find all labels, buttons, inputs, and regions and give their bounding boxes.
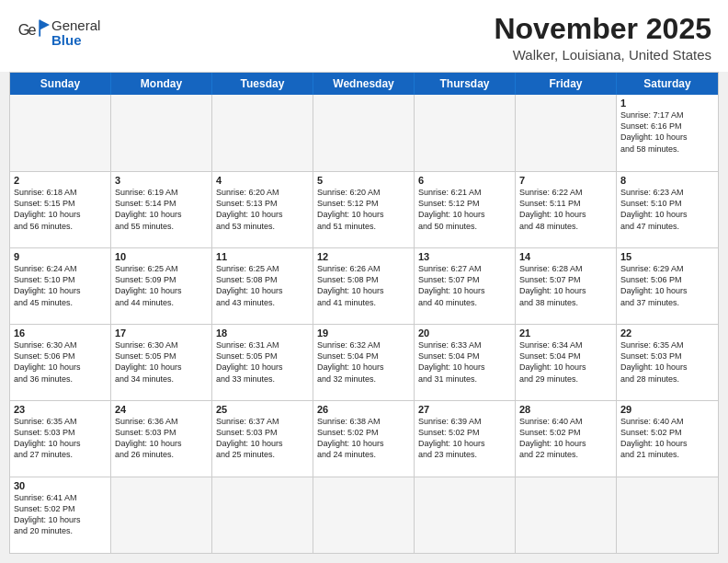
empty-cell <box>212 95 313 171</box>
day-info: Sunrise: 6:18 AM Sunset: 5:15 PM Dayligh… <box>14 187 107 232</box>
header-monday: Monday <box>111 73 212 95</box>
calendar-week: 30Sunrise: 6:41 AM Sunset: 5:02 PM Dayli… <box>10 477 718 553</box>
day-info: Sunrise: 6:21 AM Sunset: 5:12 PM Dayligh… <box>418 187 511 232</box>
day-info: Sunrise: 6:30 AM Sunset: 5:05 PM Dayligh… <box>115 339 208 385</box>
calendar-week: 16Sunrise: 6:30 AM Sunset: 5:06 PM Dayli… <box>10 324 718 400</box>
day-number: 21 <box>519 327 612 339</box>
day-cell: 17Sunrise: 6:30 AM Sunset: 5:05 PM Dayli… <box>111 325 212 400</box>
empty-cell <box>313 95 415 171</box>
header-wednesday: Wednesday <box>313 73 415 95</box>
day-cell: 22Sunrise: 6:35 AM Sunset: 5:03 PM Dayli… <box>617 325 718 400</box>
day-number: 9 <box>14 251 107 262</box>
day-cell: 16Sunrise: 6:30 AM Sunset: 5:06 PM Dayli… <box>10 325 111 400</box>
day-info: Sunrise: 6:22 AM Sunset: 5:11 PM Dayligh… <box>519 187 612 232</box>
day-number: 19 <box>317 327 410 339</box>
day-cell: 18Sunrise: 6:31 AM Sunset: 5:05 PM Dayli… <box>212 325 313 400</box>
empty-cell <box>212 477 313 553</box>
day-number: 30 <box>14 480 107 491</box>
day-cell: 14Sunrise: 6:28 AM Sunset: 5:07 PM Dayli… <box>516 248 617 324</box>
day-number: 23 <box>14 404 107 415</box>
day-info: Sunrise: 6:36 AM Sunset: 5:03 PM Dayligh… <box>115 416 208 461</box>
day-info: Sunrise: 6:23 AM Sunset: 5:10 PM Dayligh… <box>620 187 714 232</box>
day-info: Sunrise: 6:20 AM Sunset: 5:12 PM Dayligh… <box>317 187 410 232</box>
day-cell: 2Sunrise: 6:18 AM Sunset: 5:15 PM Daylig… <box>10 172 111 247</box>
month-title: November 2025 <box>100 13 711 45</box>
svg-rect-3 <box>39 20 40 37</box>
day-cell: 23Sunrise: 6:35 AM Sunset: 5:03 PM Dayli… <box>10 401 111 477</box>
day-number: 26 <box>317 404 410 415</box>
day-number: 6 <box>418 175 511 186</box>
day-cell: 29Sunrise: 6:40 AM Sunset: 5:02 PM Dayli… <box>617 401 718 477</box>
day-info: Sunrise: 6:34 AM Sunset: 5:04 PM Dayligh… <box>519 339 612 385</box>
day-cell: 1Sunrise: 7:17 AM Sunset: 6:16 PM Daylig… <box>617 95 718 171</box>
day-info: Sunrise: 7:17 AM Sunset: 6:16 PM Dayligh… <box>620 109 714 155</box>
day-number: 2 <box>14 175 107 186</box>
header-tuesday: Tuesday <box>212 73 313 95</box>
day-info: Sunrise: 6:40 AM Sunset: 5:02 PM Dayligh… <box>519 416 612 461</box>
day-number: 28 <box>519 404 612 415</box>
day-cell: 7Sunrise: 6:22 AM Sunset: 5:11 PM Daylig… <box>516 172 617 247</box>
day-cell: 9Sunrise: 6:24 AM Sunset: 5:10 PM Daylig… <box>10 248 111 324</box>
day-number: 11 <box>216 251 309 262</box>
day-cell: 25Sunrise: 6:37 AM Sunset: 5:03 PM Dayli… <box>212 401 313 477</box>
empty-cell <box>415 477 516 553</box>
day-cell: 24Sunrise: 6:36 AM Sunset: 5:03 PM Dayli… <box>111 401 212 477</box>
day-number: 29 <box>620 404 714 415</box>
day-cell: 28Sunrise: 6:40 AM Sunset: 5:02 PM Dayli… <box>516 401 617 477</box>
day-number: 7 <box>519 175 612 186</box>
day-number: 12 <box>317 251 410 262</box>
day-cell: 11Sunrise: 6:25 AM Sunset: 5:08 PM Dayli… <box>212 248 313 324</box>
calendar-week: 9Sunrise: 6:24 AM Sunset: 5:10 PM Daylig… <box>10 247 718 324</box>
day-cell: 20Sunrise: 6:33 AM Sunset: 5:04 PM Dayli… <box>415 325 516 400</box>
logo-text-block: General Blue <box>51 18 100 49</box>
day-info: Sunrise: 6:38 AM Sunset: 5:02 PM Dayligh… <box>317 416 410 461</box>
day-cell: 19Sunrise: 6:32 AM Sunset: 5:04 PM Dayli… <box>313 325 415 400</box>
day-info: Sunrise: 6:40 AM Sunset: 5:02 PM Dayligh… <box>620 416 714 461</box>
day-number: 14 <box>519 251 612 262</box>
day-info: Sunrise: 6:31 AM Sunset: 5:05 PM Dayligh… <box>216 339 309 385</box>
day-cell: 4Sunrise: 6:20 AM Sunset: 5:13 PM Daylig… <box>212 172 313 247</box>
calendar-week: 1Sunrise: 7:17 AM Sunset: 6:16 PM Daylig… <box>10 95 718 171</box>
header-friday: Friday <box>516 73 617 95</box>
svg-text:e: e <box>28 21 37 38</box>
day-number: 13 <box>418 251 511 262</box>
day-cell: 8Sunrise: 6:23 AM Sunset: 5:10 PM Daylig… <box>617 172 718 247</box>
day-number: 1 <box>620 98 714 109</box>
day-cell: 15Sunrise: 6:29 AM Sunset: 5:06 PM Dayli… <box>617 248 718 324</box>
page: G e General Blue November 2025 Walker, L… <box>0 0 728 563</box>
day-number: 15 <box>620 251 714 262</box>
day-info: Sunrise: 6:20 AM Sunset: 5:13 PM Dayligh… <box>216 187 309 232</box>
logo-general: General <box>51 18 100 34</box>
day-number: 5 <box>317 175 410 186</box>
day-info: Sunrise: 6:24 AM Sunset: 5:10 PM Dayligh… <box>14 263 107 308</box>
day-info: Sunrise: 6:29 AM Sunset: 5:06 PM Dayligh… <box>620 263 714 308</box>
calendar-header: Sunday Monday Tuesday Wednesday Thursday… <box>10 73 718 95</box>
day-info: Sunrise: 6:35 AM Sunset: 5:03 PM Dayligh… <box>14 416 107 461</box>
logo-blue: Blue <box>51 33 100 49</box>
calendar: Sunday Monday Tuesday Wednesday Thursday… <box>9 72 719 554</box>
day-cell: 30Sunrise: 6:41 AM Sunset: 5:02 PM Dayli… <box>10 477 111 553</box>
day-number: 22 <box>620 327 714 339</box>
svg-marker-2 <box>40 20 50 30</box>
header: G e General Blue November 2025 Walker, L… <box>0 0 728 72</box>
day-cell: 26Sunrise: 6:38 AM Sunset: 5:02 PM Dayli… <box>313 401 415 477</box>
day-number: 3 <box>115 175 208 186</box>
empty-cell <box>516 95 617 171</box>
day-cell: 6Sunrise: 6:21 AM Sunset: 5:12 PM Daylig… <box>415 172 516 247</box>
day-cell: 27Sunrise: 6:39 AM Sunset: 5:02 PM Dayli… <box>415 401 516 477</box>
day-cell: 5Sunrise: 6:20 AM Sunset: 5:12 PM Daylig… <box>313 172 415 247</box>
day-info: Sunrise: 6:32 AM Sunset: 5:04 PM Dayligh… <box>317 339 410 385</box>
day-info: Sunrise: 6:19 AM Sunset: 5:14 PM Dayligh… <box>115 187 208 232</box>
day-cell: 13Sunrise: 6:27 AM Sunset: 5:07 PM Dayli… <box>415 248 516 324</box>
location: Walker, Louisiana, United States <box>100 47 711 63</box>
day-cell: 21Sunrise: 6:34 AM Sunset: 5:04 PM Dayli… <box>516 325 617 400</box>
generalblue-logo-icon: G e <box>17 17 50 50</box>
day-info: Sunrise: 6:27 AM Sunset: 5:07 PM Dayligh… <box>418 263 511 308</box>
day-cell: 3Sunrise: 6:19 AM Sunset: 5:14 PM Daylig… <box>111 172 212 247</box>
empty-cell <box>617 477 718 553</box>
day-info: Sunrise: 6:28 AM Sunset: 5:07 PM Dayligh… <box>519 263 612 308</box>
day-cell: 10Sunrise: 6:25 AM Sunset: 5:09 PM Dayli… <box>111 248 212 324</box>
empty-cell <box>313 477 415 553</box>
day-info: Sunrise: 6:25 AM Sunset: 5:08 PM Dayligh… <box>216 263 309 308</box>
day-number: 16 <box>14 327 107 339</box>
